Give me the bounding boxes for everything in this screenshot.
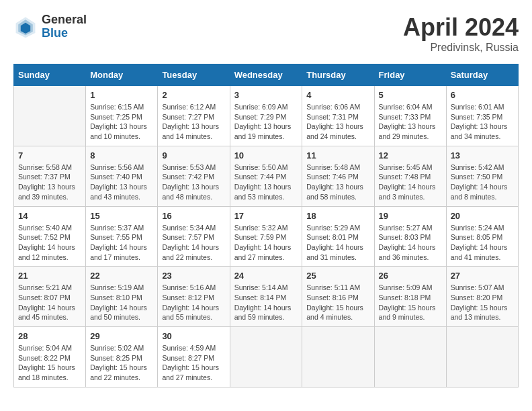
day-info: Sunrise: 6:06 AM Sunset: 7:31 PM Dayligh… (306, 102, 369, 142)
day-number: 4 (306, 90, 369, 100)
calendar-cell: 24Sunrise: 5:14 AM Sunset: 8:14 PM Dayli… (230, 267, 302, 327)
day-of-week-header: Friday (374, 64, 446, 86)
day-number: 10 (234, 150, 298, 161)
day-info: Sunrise: 5:50 AM Sunset: 7:44 PM Dayligh… (234, 163, 298, 202)
day-info: Sunrise: 5:11 AM Sunset: 8:16 PM Dayligh… (306, 283, 369, 322)
day-info: Sunrise: 5:40 AM Sunset: 7:52 PM Dayligh… (18, 223, 81, 263)
day-of-week-header: Thursday (302, 64, 374, 86)
day-info: Sunrise: 5:16 AM Sunset: 8:12 PM Dayligh… (162, 283, 225, 322)
calendar-cell (374, 327, 446, 387)
calendar-cell: 16Sunrise: 5:34 AM Sunset: 7:57 PM Dayli… (158, 206, 230, 267)
day-of-week-header: Sunday (14, 64, 86, 86)
day-info: Sunrise: 5:32 AM Sunset: 7:59 PM Dayligh… (234, 223, 298, 263)
logo-text: General Blue (42, 13, 87, 40)
day-of-week-header: Wednesday (230, 64, 302, 86)
calendar-cell: 10Sunrise: 5:50 AM Sunset: 7:44 PM Dayli… (230, 146, 302, 206)
page-header: General Blue April 2024 Predivinsk, Russ… (13, 13, 519, 54)
day-info: Sunrise: 5:02 AM Sunset: 8:25 PM Dayligh… (90, 343, 153, 383)
day-number: 1 (90, 90, 153, 100)
calendar-cell: 25Sunrise: 5:11 AM Sunset: 8:16 PM Dayli… (302, 267, 374, 327)
day-number: 13 (451, 150, 514, 161)
day-info: Sunrise: 5:45 AM Sunset: 7:48 PM Dayligh… (379, 163, 442, 202)
day-info: Sunrise: 5:14 AM Sunset: 8:14 PM Dayligh… (234, 283, 298, 322)
day-info: Sunrise: 5:48 AM Sunset: 7:46 PM Dayligh… (306, 163, 369, 202)
day-number: 11 (306, 150, 369, 161)
day-info: Sunrise: 6:12 AM Sunset: 7:27 PM Dayligh… (162, 102, 225, 142)
day-number: 24 (234, 271, 298, 281)
day-info: Sunrise: 6:09 AM Sunset: 7:29 PM Dayligh… (234, 102, 298, 142)
day-info: Sunrise: 5:09 AM Sunset: 8:18 PM Dayligh… (379, 283, 442, 322)
logo-icon (13, 15, 38, 39)
day-number: 12 (379, 150, 442, 161)
calendar-cell: 23Sunrise: 5:16 AM Sunset: 8:12 PM Dayli… (158, 267, 230, 327)
calendar-cell: 8Sunrise: 5:56 AM Sunset: 7:40 PM Daylig… (86, 146, 158, 206)
day-number: 23 (162, 271, 225, 281)
calendar-cell: 15Sunrise: 5:37 AM Sunset: 7:55 PM Dayli… (86, 206, 158, 267)
calendar-table: SundayMondayTuesdayWednesdayThursdayFrid… (13, 64, 519, 387)
day-number: 9 (162, 150, 225, 161)
day-number: 8 (90, 150, 153, 161)
day-info: Sunrise: 5:34 AM Sunset: 7:57 PM Dayligh… (162, 223, 225, 263)
title-block: April 2024 Predivinsk, Russia (403, 13, 519, 54)
day-info: Sunrise: 6:04 AM Sunset: 7:33 PM Dayligh… (379, 102, 442, 142)
day-number: 28 (18, 331, 81, 341)
calendar-cell: 3Sunrise: 6:09 AM Sunset: 7:29 PM Daylig… (230, 86, 302, 146)
calendar-cell: 20Sunrise: 5:24 AM Sunset: 8:05 PM Dayli… (446, 206, 518, 267)
day-info: Sunrise: 4:59 AM Sunset: 8:27 PM Dayligh… (162, 343, 225, 383)
calendar-cell: 6Sunrise: 6:01 AM Sunset: 7:35 PM Daylig… (446, 86, 518, 146)
day-info: Sunrise: 5:07 AM Sunset: 8:20 PM Dayligh… (451, 283, 514, 322)
calendar-cell: 7Sunrise: 5:58 AM Sunset: 7:37 PM Daylig… (14, 146, 86, 206)
calendar-cell: 28Sunrise: 5:04 AM Sunset: 8:22 PM Dayli… (14, 327, 86, 387)
day-info: Sunrise: 5:58 AM Sunset: 7:37 PM Dayligh… (18, 163, 81, 202)
day-number: 27 (451, 271, 514, 281)
day-number: 22 (90, 271, 153, 281)
calendar-location: Predivinsk, Russia (403, 42, 519, 54)
calendar-cell: 27Sunrise: 5:07 AM Sunset: 8:20 PM Dayli… (446, 267, 518, 327)
calendar-cell: 2Sunrise: 6:12 AM Sunset: 7:27 PM Daylig… (158, 86, 230, 146)
day-of-week-header: Tuesday (158, 64, 230, 86)
day-number: 25 (306, 271, 369, 281)
calendar-week-row: 14Sunrise: 5:40 AM Sunset: 7:52 PM Dayli… (14, 206, 519, 267)
day-number: 26 (379, 271, 442, 281)
day-number: 3 (234, 90, 298, 100)
calendar-cell: 29Sunrise: 5:02 AM Sunset: 8:25 PM Dayli… (86, 327, 158, 387)
calendar-cell: 11Sunrise: 5:48 AM Sunset: 7:46 PM Dayli… (302, 146, 374, 206)
calendar-week-row: 21Sunrise: 5:21 AM Sunset: 8:07 PM Dayli… (14, 267, 519, 327)
calendar-cell: 5Sunrise: 6:04 AM Sunset: 7:33 PM Daylig… (374, 86, 446, 146)
calendar-cell: 4Sunrise: 6:06 AM Sunset: 7:31 PM Daylig… (302, 86, 374, 146)
day-of-week-header: Saturday (446, 64, 518, 86)
calendar-week-row: 28Sunrise: 5:04 AM Sunset: 8:22 PM Dayli… (14, 327, 519, 387)
logo-blue: Blue (42, 27, 87, 40)
day-info: Sunrise: 5:27 AM Sunset: 8:03 PM Dayligh… (379, 223, 442, 263)
day-number: 14 (18, 211, 81, 221)
calendar-cell: 13Sunrise: 5:42 AM Sunset: 7:50 PM Dayli… (446, 146, 518, 206)
calendar-week-row: 7Sunrise: 5:58 AM Sunset: 7:37 PM Daylig… (14, 146, 519, 206)
calendar-cell: 9Sunrise: 5:53 AM Sunset: 7:42 PM Daylig… (158, 146, 230, 206)
day-number: 20 (451, 211, 514, 221)
calendar-cell (14, 86, 86, 146)
day-number: 5 (379, 90, 442, 100)
calendar-header: SundayMondayTuesdayWednesdayThursdayFrid… (14, 64, 519, 86)
day-number: 2 (162, 90, 225, 100)
day-of-week-header: Monday (86, 64, 158, 86)
day-info: Sunrise: 6:15 AM Sunset: 7:25 PM Dayligh… (90, 102, 153, 142)
calendar-cell: 14Sunrise: 5:40 AM Sunset: 7:52 PM Dayli… (14, 206, 86, 267)
day-info: Sunrise: 5:04 AM Sunset: 8:22 PM Dayligh… (18, 343, 81, 383)
day-number: 17 (234, 211, 298, 221)
day-number: 29 (90, 331, 153, 341)
logo-general: General (42, 13, 87, 27)
calendar-cell: 18Sunrise: 5:29 AM Sunset: 8:01 PM Dayli… (302, 206, 374, 267)
calendar-cell: 30Sunrise: 4:59 AM Sunset: 8:27 PM Dayli… (158, 327, 230, 387)
day-info: Sunrise: 5:21 AM Sunset: 8:07 PM Dayligh… (18, 283, 81, 322)
day-number: 6 (451, 90, 514, 100)
day-info: Sunrise: 5:29 AM Sunset: 8:01 PM Dayligh… (306, 223, 369, 263)
calendar-cell (302, 327, 374, 387)
day-info: Sunrise: 5:37 AM Sunset: 7:55 PM Dayligh… (90, 223, 153, 263)
day-number: 16 (162, 211, 225, 221)
day-number: 18 (306, 211, 369, 221)
calendar-cell: 17Sunrise: 5:32 AM Sunset: 7:59 PM Dayli… (230, 206, 302, 267)
calendar-week-row: 1Sunrise: 6:15 AM Sunset: 7:25 PM Daylig… (14, 86, 519, 146)
calendar-cell: 22Sunrise: 5:19 AM Sunset: 8:10 PM Dayli… (86, 267, 158, 327)
calendar-title: April 2024 (403, 13, 519, 42)
day-number: 19 (379, 211, 442, 221)
